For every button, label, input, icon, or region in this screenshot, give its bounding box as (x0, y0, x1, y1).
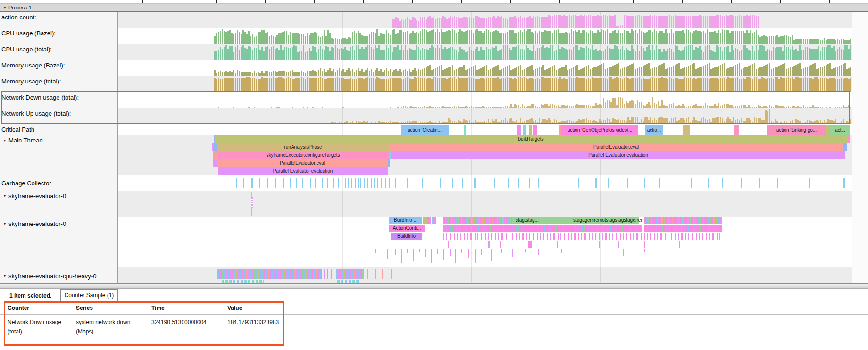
gc-event[interactable] (283, 178, 284, 188)
gc-event[interactable] (351, 178, 352, 188)
gc-event[interactable] (484, 178, 484, 188)
panel-splitter[interactable] (0, 283, 868, 289)
gc-event[interactable] (364, 178, 365, 188)
timeline-ruler[interactable] (0, 0, 868, 3)
track-content-main-thread[interactable]: buildTargetsrunAnalysisPhaseParallelEval… (118, 135, 852, 175)
track-content-cpu-bazel[interactable] (118, 28, 852, 44)
timeline-sliver[interactable] (213, 151, 217, 159)
gc-event[interactable] (381, 178, 382, 188)
gc-event[interactable] (374, 178, 375, 188)
gc-event[interactable] (333, 178, 334, 188)
gc-event[interactable] (508, 178, 509, 188)
sidebar-item-mem-bazel[interactable]: Memory usage (Bazel): (0, 60, 118, 76)
timeline-sliver[interactable] (519, 125, 521, 135)
sidebar-item-mem-total[interactable]: Memory usage (total): (0, 76, 118, 92)
gc-event[interactable] (518, 178, 519, 188)
gc-event[interactable] (290, 178, 291, 188)
gc-event[interactable] (385, 178, 386, 188)
gc-event[interactable] (243, 178, 244, 188)
gc-event[interactable] (360, 178, 361, 188)
gc-event[interactable] (691, 178, 692, 188)
timeline-sliver[interactable] (679, 241, 680, 248)
gc-event[interactable] (327, 178, 328, 188)
track-content-net-up[interactable] (118, 108, 852, 124)
gc-event[interactable] (793, 178, 793, 188)
dense-slice-band[interactable] (644, 225, 722, 232)
timeline-sliver[interactable] (848, 135, 850, 143)
gc-event[interactable] (578, 178, 579, 188)
timeline-sliver[interactable] (529, 125, 532, 135)
cell-value[interactable]: 184.1793113323983 (227, 317, 283, 327)
timeline-sliver[interactable] (427, 217, 429, 224)
gc-event[interactable] (236, 178, 237, 188)
timeline-sliver[interactable] (683, 125, 690, 135)
gc-event[interactable] (259, 178, 260, 188)
column-header-series[interactable]: Series (76, 305, 147, 311)
sidebar-item-skyframe-evaluator-0-a[interactable]: ▾skyframe-evaluator-0 (0, 191, 118, 217)
gc-event[interactable] (407, 178, 408, 188)
timeline-sliver[interactable] (432, 217, 434, 224)
column-header-value[interactable]: Value (227, 305, 283, 311)
cell-series[interactable]: system network down (Mbps) (76, 317, 147, 336)
timeline-slice[interactable]: BuildInfo (391, 233, 422, 240)
track-content-skyframe-evaluator-0-b[interactable]: BuildInfo ...stag:stag...stagagemremotst… (118, 217, 852, 267)
timeline-slice[interactable]: runAnalysisPhase (217, 143, 389, 151)
gc-event[interactable] (338, 178, 339, 188)
track-content-mem-bazel[interactable] (118, 60, 852, 76)
timeline-slice[interactable]: Parallel Evaluator evaluation (391, 151, 845, 159)
process-header[interactable]: ▾ Process 1 (0, 3, 868, 12)
timeline-slice[interactable]: action 'Creatin... (401, 125, 449, 135)
timeline-sliver[interactable] (434, 217, 436, 224)
gc-event[interactable] (809, 178, 810, 188)
timeline-sliver[interactable] (826, 125, 830, 135)
track-content-garbage-collector[interactable] (118, 175, 852, 191)
gc-event[interactable] (608, 178, 609, 188)
sidebar-item-skyframe-evaluator-cpu-heavy-0[interactable]: ▾skyframe-evaluator-cpu-heavy-0 (0, 267, 118, 283)
timeline-sliver[interactable] (523, 125, 526, 135)
dense-slice-band[interactable] (644, 233, 722, 240)
sidebar-item-cpu-total[interactable]: CPU usage (total): (0, 44, 118, 60)
gc-event[interactable] (355, 178, 356, 188)
gc-event[interactable] (389, 178, 390, 188)
timeline-sliver[interactable] (557, 241, 558, 248)
gc-event[interactable] (377, 178, 378, 188)
dense-slice-band[interactable] (443, 225, 642, 232)
dense-slice-band[interactable] (217, 269, 276, 279)
collapse-icon[interactable]: ▾ (4, 6, 6, 10)
gc-event[interactable] (345, 178, 346, 188)
timeline-slice[interactable]: ActionConti... (389, 225, 425, 232)
sidebar-item-net-down[interactable]: Network Down usage (total): (0, 92, 118, 108)
collapse-icon[interactable]: ▾ (4, 194, 6, 198)
timeline-slice[interactable]: act... (830, 125, 850, 135)
track-content-action-count[interactable] (118, 12, 852, 28)
gc-event[interactable] (529, 178, 530, 188)
gc-event[interactable] (310, 178, 311, 188)
timeline-sliver[interactable] (213, 159, 217, 167)
gc-event[interactable] (843, 178, 845, 188)
gc-event[interactable] (777, 178, 778, 188)
gc-event[interactable] (342, 178, 342, 188)
timeline-sliver[interactable] (448, 241, 449, 248)
timeline-sliver[interactable] (528, 241, 532, 248)
track-content-skyframe-evaluator-cpu-heavy-0[interactable] (118, 267, 852, 283)
timeline-slice[interactable]: buildTargets (215, 135, 847, 143)
gc-event[interactable] (627, 178, 628, 188)
track-content-critical-path[interactable]: action 'Creatin...action 'GenObjcProtos … (118, 124, 852, 135)
cell-counter[interactable]: Network Down usage (total) (8, 317, 71, 336)
cell-time[interactable]: 324190.51300000004 (151, 317, 226, 327)
gc-event[interactable] (440, 178, 441, 188)
sidebar-item-net-up[interactable]: Network Up usage (total): (0, 108, 118, 124)
dense-slice-band[interactable] (443, 217, 512, 224)
timeline-sliver[interactable] (517, 125, 519, 135)
timeline-slice[interactable]: ParallelEvaluator.eval (389, 143, 843, 151)
gc-event[interactable] (395, 178, 396, 188)
gc-event[interactable] (275, 178, 276, 188)
timeline-sliver[interactable] (214, 143, 217, 151)
sidebar-item-main-thread[interactable]: ▾Main Thread (0, 135, 118, 175)
timeline-sliver[interactable] (734, 125, 739, 135)
gc-event[interactable] (538, 178, 539, 188)
timeline-sliver[interactable] (559, 125, 561, 135)
dense-slice-band[interactable] (321, 269, 333, 279)
gc-event[interactable] (315, 178, 316, 188)
sidebar-item-critical-path[interactable]: Critical Path (0, 124, 118, 135)
